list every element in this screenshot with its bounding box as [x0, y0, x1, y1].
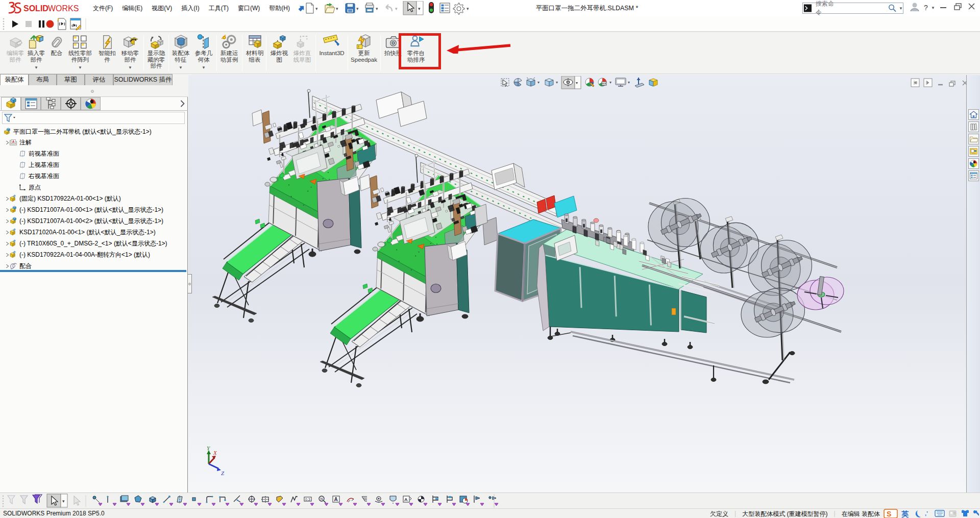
svg-text:X: X — [213, 450, 217, 456]
svg-text:A: A — [12, 140, 15, 143]
svg-text:N: N — [321, 497, 323, 501]
svg-text:▾: ▾ — [467, 6, 469, 11]
svg-text:▾: ▾ — [418, 6, 421, 11]
svg-text:▾: ▾ — [609, 80, 611, 85]
svg-text:▾: ▾ — [356, 6, 359, 11]
svg-text:S: S — [887, 510, 891, 518]
svg-text:▾: ▾ — [556, 80, 558, 85]
svg-text:▾: ▾ — [336, 6, 338, 11]
svg-text:▾: ▾ — [315, 6, 318, 11]
svg-text:WORKS: WORKS — [48, 4, 79, 13]
svg-text:?: ? — [924, 4, 928, 12]
svg-text:!: ! — [358, 45, 359, 50]
svg-text:Z: Z — [221, 470, 225, 476]
svg-text:▾: ▾ — [576, 81, 578, 85]
svg-text:SOLID: SOLID — [23, 4, 48, 13]
svg-text:,’: ,’ — [925, 510, 928, 516]
svg-text:▾: ▾ — [628, 80, 630, 85]
svg-text:▾: ▾ — [62, 499, 65, 504]
svg-text:▾: ▾ — [395, 6, 398, 11]
svg-text:A: A — [404, 497, 408, 502]
svg-text:▼: ▼ — [931, 6, 935, 10]
svg-text:英: 英 — [901, 510, 909, 518]
svg-text:0.3: 0.3 — [305, 498, 310, 501]
svg-text:Y: Y — [207, 445, 211, 451]
svg-text:▾: ▾ — [537, 80, 540, 85]
svg-text:A: A — [334, 497, 338, 502]
svg-text:▾: ▾ — [376, 6, 378, 11]
